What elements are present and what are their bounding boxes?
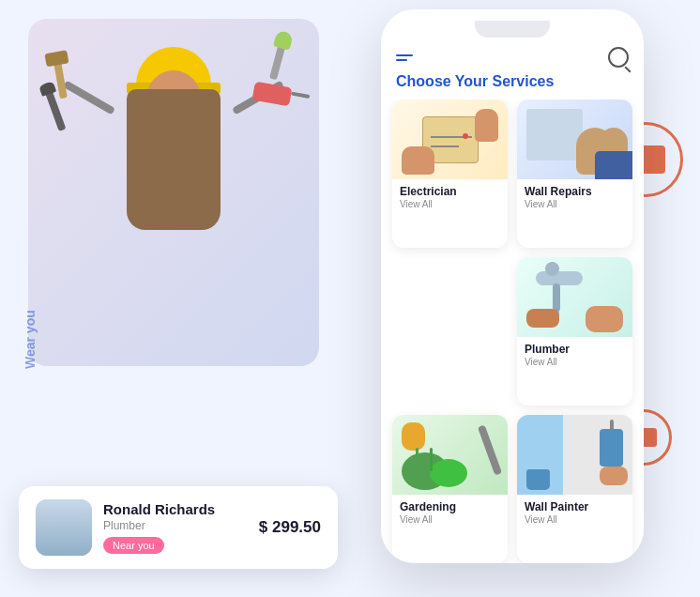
service-name-wall-painter: Wall Painter [525,500,625,513]
worker-body [127,89,221,230]
service-card-plumber[interactable]: Plumber View All [517,257,632,406]
near-you-badge: Near you [103,537,164,554]
phone-mockup: Choose Your Services Electrician View Al… [381,9,644,563]
garden-bush2 [430,459,467,487]
service-card-wall-painter[interactable]: Wall Painter View All [517,415,632,563]
service-view-plumber: View All [525,357,625,367]
service-view-wall-painter: View All [525,514,625,525]
service-img-gardening [392,415,508,495]
paint-roller [600,429,623,467]
profile-price: $ 299.50 [259,518,321,537]
services-grid: Electrician View All Wall Repairs View A… [381,100,644,563]
worker-background [28,19,319,366]
section-title: Choose Your Services [381,73,644,100]
elec-wire2 [431,145,459,147]
search-icon[interactable] [608,47,629,68]
menu-icon[interactable] [396,54,413,61]
service-card-wall-repairs[interactable]: Wall Repairs View All [517,100,632,248]
menu-line-1 [396,54,413,56]
profile-info: Ronald Richards Plumber Near you [103,501,248,554]
service-img-plumber [517,257,632,337]
service-name-wall-repairs: Wall Repairs [525,185,625,198]
garden-scissors [478,424,502,475]
service-name-gardening: Gardening [400,500,500,513]
profile-name: Ronald Richards [103,501,248,517]
profile-avatar [36,499,92,556]
service-card-electrician[interactable]: Electrician View All [392,100,508,248]
service-img-electrician [392,100,508,179]
profile-role: Plumber [103,519,248,532]
service-img-wall-painter [517,415,632,495]
service-label-electrician: Electrician View All [392,179,508,217]
service-label-wall-repairs: Wall Repairs View All [517,179,632,217]
service-name-electrician: Electrician [400,185,500,198]
service-view-wall-repairs: View All [525,199,625,209]
worker-figure [52,38,296,366]
menu-line-2 [396,59,407,61]
elec-dot [463,133,468,139]
service-view-electrician: View All [400,199,500,209]
service-name-plumber: Plumber [525,343,625,356]
service-card-gardening[interactable]: Gardening View All [392,415,508,563]
service-label-gardening: Gardening View All [392,495,508,532]
phone-notch [475,21,550,38]
service-view-gardening: View All [400,514,500,525]
profile-card: Ronald Richards Plumber Near you $ 299.5… [19,486,338,569]
phone-header [381,38,644,73]
service-label-plumber: Plumber View All [517,337,632,375]
phone-status-bar [381,9,644,21]
service-label-wall-painter: Wall Painter View All [517,495,632,532]
service-img-wall-repairs [517,100,632,179]
wear-you-label: Wear you [23,310,38,369]
